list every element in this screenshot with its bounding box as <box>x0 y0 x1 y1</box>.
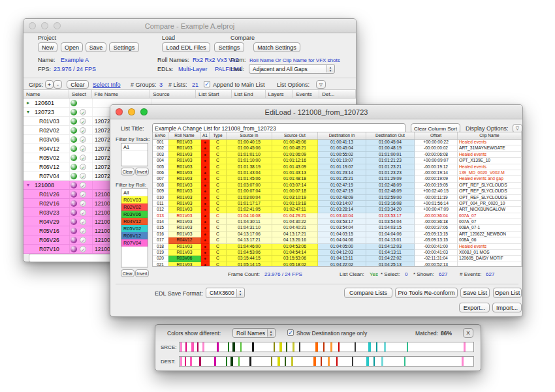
selected-check-icon[interactable]: ✓ <box>80 182 86 188</box>
load-settings-button[interactable]: Settings <box>214 42 244 52</box>
list-options-disclosure-icon[interactable]: ▽ <box>316 80 326 89</box>
close-button[interactable] <box>116 108 123 115</box>
event-row-020[interactable]: 020R03V06C03:15:44:1503:15:53:0601:04:13… <box>153 256 522 262</box>
select-toggle-icon[interactable]: ↓ <box>71 127 77 134</box>
selected-check-icon[interactable]: ✓ <box>80 109 86 115</box>
save-list-button[interactable]: Save List <box>460 288 490 298</box>
event-row-008[interactable]: 008R01V03C01:03:07:0001:03:07:1401:02:47… <box>153 183 522 188</box>
select-toggle-icon[interactable]: ↓ <box>71 182 77 188</box>
column-header-det-[interactable]: Det... <box>319 90 356 98</box>
select-toggle-icon[interactable]: ↓ <box>71 118 77 125</box>
track-filter-item-a1[interactable]: A1 <box>121 143 148 151</box>
selected-check-icon[interactable]: ✓ <box>80 228 86 234</box>
select-toggle-icon[interactable]: ↓ <box>71 100 77 106</box>
open-button[interactable]: Open <box>61 42 83 52</box>
select-toggle-icon[interactable]: ↓ <box>71 136 77 143</box>
roll-filter-item-all[interactable]: All <box>121 189 148 196</box>
select-toggle-icon[interactable]: ↓ <box>71 237 77 243</box>
event-row-018[interactable]: 018R01V03C01:04:46:0001:04:53:0601:04:05… <box>153 244 522 250</box>
selected-check-icon[interactable]: ✓ <box>80 136 86 143</box>
track-clear-button[interactable]: Clear <box>121 168 135 175</box>
select-toggle-icon[interactable]: ↓ <box>71 246 77 252</box>
colors-mode-dropdown[interactable]: Roll Names ▴▾ <box>232 328 276 338</box>
column-header-clip-name[interactable]: Clip Name <box>458 132 522 139</box>
select-toggle-icon[interactable]: ↓ <box>71 219 77 225</box>
minimize-button[interactable] <box>41 22 48 29</box>
select-toggle-icon[interactable]: ↓ <box>71 191 77 198</box>
column-header-list-start[interactable]: List Start <box>196 90 232 98</box>
pro-tools-reconform-button[interactable]: Pro Tools Re-conform <box>395 288 458 298</box>
close-panel-button[interactable]: X <box>463 328 473 338</box>
compare-lists-button[interactable]: Compare Lists <box>344 288 392 298</box>
close-button[interactable] <box>29 22 36 29</box>
roll-invert-button[interactable]: Invert <box>135 269 149 277</box>
match-settings-button[interactable]: Match Settings <box>253 42 300 52</box>
ediload-titlebar[interactable]: EdiLoad - 121008_from_120723 <box>110 105 522 119</box>
selected-check-icon[interactable]: ✓ <box>80 246 86 252</box>
event-row-016[interactable]: 016R01V03C04:13:17:0604:13:17:2101:04:03… <box>153 232 522 237</box>
selected-check-icon[interactable]: ✓ <box>80 237 86 243</box>
event-row-019[interactable]: 019R01V03C01:04:53:0601:04:54:1401:04:12… <box>153 250 522 256</box>
event-row-010[interactable]: 010R01V03C01:03:00:0401:03:10:1901:02:48… <box>153 195 522 201</box>
track-invert-button[interactable]: Invert <box>135 168 149 175</box>
disclosure-triangle-icon[interactable]: ▾ <box>27 181 29 190</box>
event-row-017[interactable]: 017R04V12C04:13:17:2104:13:26:1601:04:04… <box>153 237 522 243</box>
selected-check-icon[interactable]: ✓ <box>80 209 86 216</box>
zoom-button[interactable] <box>140 108 148 115</box>
show-destination-range-checkbox[interactable]: ✓ <box>287 329 294 336</box>
column-header-type[interactable]: Type <box>210 132 227 139</box>
edl-save-format-dropdown[interactable]: CMX3600 ▴▾ <box>206 288 245 298</box>
selected-check-icon[interactable]: ✓ <box>80 219 86 225</box>
roll-filter-item-r07v04[interactable]: R07V04 <box>121 239 148 247</box>
select-toggle-icon[interactable]: ↓ <box>71 155 77 161</box>
select-toggle-icon[interactable]: ↓ <box>71 228 77 234</box>
selected-check-icon[interactable]: ✓ <box>80 200 86 207</box>
disclosure-triangle-icon[interactable]: ▾ <box>27 108 29 117</box>
zoom-button[interactable] <box>54 22 61 29</box>
column-header-roll-name[interactable]: Roll Name <box>168 132 201 139</box>
column-header-evno[interactable]: EvNo <box>153 132 168 139</box>
roll-filter-item-r06v12[interactable]: R06V12 <box>121 232 148 239</box>
roll-filter-item-r03v06[interactable]: R03V06 <box>121 211 148 218</box>
event-row-003[interactable]: 003R01V03C01:01:01:1001:01:06:0901:00:55… <box>153 152 522 158</box>
event-row-011[interactable]: 011R01V03C01:01:17:1701:01:19:1801:03:14… <box>153 201 522 207</box>
remove-group-button[interactable]: - <box>54 80 62 89</box>
event-row-012[interactable]: 012R01V03C01:02:41:0501:02:47:1101:03:28… <box>153 207 522 213</box>
column-header-file-name[interactable]: File Name <box>92 90 151 98</box>
column-header-destination-in[interactable]: Destination In <box>318 132 366 139</box>
selected-check-icon[interactable]: ✓ <box>80 145 86 152</box>
column-header-events[interactable]: Events <box>293 90 319 98</box>
roll-filter-item-r01v03[interactable]: R01V03 <box>121 196 148 204</box>
column-header-a1[interactable]: A1 <box>201 132 210 139</box>
import-button[interactable]: Import... <box>492 303 522 312</box>
column-header-source-out[interactable]: Source Out <box>272 132 318 139</box>
roll-filter-item-r04v12[interactable]: R04V12 <box>121 218 148 225</box>
column-header-layers[interactable]: Layers <box>266 90 294 98</box>
event-row-015[interactable]: 015R01V03C01:04:31:1001:04:40:2101:03:54… <box>153 225 522 231</box>
event-row-006[interactable]: 006R01V03C01:01:43:0401:01:43:1301:01:23… <box>153 170 522 176</box>
selected-check-icon[interactable]: ✓ <box>80 127 86 134</box>
select-toggle-icon[interactable]: ↓ <box>71 145 77 152</box>
heal-dropdown[interactable]: Adjacent and All Gaps ▴▾ <box>249 64 335 74</box>
selected-check-icon[interactable]: ✓ <box>80 173 86 179</box>
event-row-013[interactable]: 013R01V03C01:04:16:0801:04:29:2101:03:40… <box>153 213 522 219</box>
column-header-source[interactable]: Source <box>150 90 196 98</box>
disclosure-triangle-icon[interactable]: ▸ <box>27 98 29 108</box>
load-edl-files-button[interactable]: Load EDL Files <box>162 42 210 52</box>
append-to-main-list-checkbox[interactable]: ✓ <box>204 81 210 87</box>
event-row-009[interactable]: 009R01V03C01:00:07:0401:00:07:1801:02:47… <box>153 188 522 194</box>
minimize-button[interactable] <box>128 108 135 115</box>
selected-check-icon[interactable]: ✓ <box>80 164 86 170</box>
event-row-005[interactable]: 005R01V03C01:01:38:1901:01:43:0901:01:19… <box>153 164 522 170</box>
roll-clear-button[interactable]: Clear <box>121 269 135 277</box>
event-row-002[interactable]: 002R01V03C01:00:45:0601:00:48:2101:00:45… <box>153 145 522 151</box>
new-button[interactable]: New <box>38 42 57 52</box>
select-toggle-icon[interactable]: ↓ <box>71 164 77 170</box>
select-toggle-icon[interactable]: ↓ <box>71 173 77 179</box>
event-row-021[interactable]: 021R01V03C01:05:14:1501:05:18:0201:04:22… <box>153 262 522 267</box>
open-list-button[interactable]: Open List <box>493 288 522 298</box>
column-header-list-end[interactable]: List End <box>232 90 266 98</box>
select-info-link[interactable]: Select Info <box>93 82 121 88</box>
roll-filter-item-r02v02[interactable]: R02V02 <box>121 204 148 211</box>
selected-check-icon[interactable]: ✓ <box>80 191 86 198</box>
